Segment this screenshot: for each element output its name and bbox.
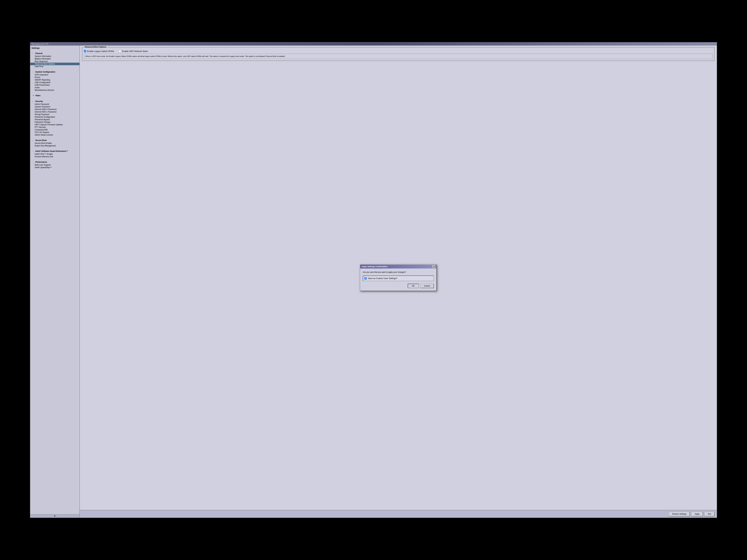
expand-icon-general: - [33,52,35,54]
tree-group-security: - Security Admin Password System Passwor… [30,98,79,136]
sidebar-item-cpu-xd-support[interactable]: CPU XD Support [30,131,79,134]
sidebar-item-intel-sgx-enable[interactable]: Intel® SGX™ Enable [30,153,79,155]
tree-group-performance: - Performance Multi Core Support Intel® … [30,158,79,169]
sidebar-item-secure-boot-enable[interactable]: Secure Boot Enable [30,142,79,144]
sidebar-item-password-bypass[interactable]: Password Bypass [30,118,79,121]
sidebar-item-internal-hdd1-password[interactable]: Internal HDD-1 Password [30,111,79,113]
sidebar-item-date-time[interactable]: Date/Time [30,65,79,68]
sidebar-item-intel-sgx[interactable]: - Intel® Software Guard Extensions™ [30,148,79,153]
sidebar-item-usb-powershare[interactable]: USB PowerShare [30,84,79,86]
sidebar-item-internal-hdd0-password[interactable]: Internal HDD-0 Password [30,108,79,111]
dialog-close-button[interactable]: ✕ [433,265,435,268]
exit-button[interactable]: Exit [704,512,715,516]
bottom-bar: Restore Settings Apply Exit [80,510,717,518]
sidebar-item-miscellaneous-devices[interactable]: Miscellaneous Devices [30,89,79,91]
bios-screen: Dell Inspiron 15-7779 Settings - General… [30,42,717,518]
sidebar-item-sata-operation[interactable]: SATA Operation [30,74,79,76]
sidebar-item-security[interactable]: - Security [30,98,79,103]
sidebar-item-ptt-security[interactable]: PTT Security [30,126,79,129]
sidebar-item-battery-information[interactable]: Battery Information [30,57,79,60]
scroll-down-icon: ▼ [54,515,56,517]
sidebar: Settings - General System Information Ba… [30,46,80,518]
sidebar-item-system-password[interactable]: System Password [30,105,79,108]
sidebar-item-uefi-capsule[interactable]: UEFI Capsule Firmware Updates [30,124,79,126]
save-as-custom-label: Save as Custom User Settings? [368,277,397,279]
sidebar-item-multi-core-support[interactable]: Multi Core Support [30,164,79,166]
sidebar-tree: Settings - General System Information Ba… [30,46,79,514]
tree-group-general: - General System Information Battery Inf… [30,50,79,68]
apply-button[interactable]: Apply [691,512,703,516]
bios-content: Settings - General System Information Ba… [30,46,717,518]
sidebar-item-password-change[interactable]: Password Change [30,121,79,124]
dialog-title-bar: Apply Settings Confirmation ✕ [360,265,436,268]
sidebar-item-computrace[interactable]: Computrace(R) [30,129,79,131]
expand-icon-security: - [33,100,35,102]
restore-settings-button[interactable]: Restore Settings [669,512,690,516]
dialog-cancel-button[interactable]: Cancel [420,284,434,288]
sidebar-scroll-down[interactable]: ▼ [30,514,79,518]
sidebar-item-system-configuration[interactable]: - System Configuration [30,68,79,74]
tree-group-video: + Video [30,92,79,97]
sidebar-item-admin-setup-lockout[interactable]: Admin Setup Lockout [30,134,79,136]
sidebar-item-password-configuration[interactable]: Password Configuration [30,116,79,118]
sidebar-item-video[interactable]: + Video [30,92,79,97]
dialog-ok-button[interactable]: OK [408,284,419,288]
settings-title: Settings [30,47,79,50]
apply-settings-dialog: Apply Settings Confirmation ✕ Are you su… [360,264,437,291]
dialog-buttons: OK Cancel [363,284,434,288]
bios-title-bar: Dell Inspiron 15-7779 [30,42,717,46]
tree-group-intel-sgx: - Intel® Software Guard Extensions™ Inte… [30,148,79,158]
bios-title: Dell Inspiron 15-7779 [31,43,48,45]
main-content: Advanced Boot Options Enable Legacy Opti… [80,46,717,518]
expand-icon-video: + [33,95,35,96]
sidebar-item-enclave-memory-size[interactable]: Enclave Memory Size [30,155,79,158]
sidebar-item-expert-key-management[interactable]: Expert Key Management [30,144,79,147]
sidebar-item-intel-speedstep[interactable]: Intel® SpeedStep™ [30,166,79,169]
dialog-overlay: Apply Settings Confirmation ✕ Are you su… [80,46,717,510]
expand-icon-performance: - [33,161,35,163]
main-area: Advanced Boot Options Enable Legacy Opti… [80,46,717,510]
dialog-option-box: Save as Custom User Settings? [363,275,434,281]
dialog-body: Are you sure that you want to apply your… [360,268,436,291]
tree-group-secure-boot: - Secure Boot Secure Boot Enable Expert … [30,136,79,147]
sidebar-item-strong-password[interactable]: Strong Password [30,113,79,116]
sidebar-item-audio[interactable]: Audio [30,86,79,89]
sidebar-item-general[interactable]: - General [30,50,79,55]
sidebar-item-secure-boot[interactable]: - Secure Boot [30,136,79,142]
sidebar-item-advanced-boot-options[interactable]: Advanced Boot Options [30,63,79,65]
expand-icon-intel-sgx: - [33,150,35,152]
sidebar-item-system-information[interactable]: System Information [30,55,79,57]
dialog-question: Are you sure that you want to apply your… [363,271,434,273]
save-as-custom-checkbox[interactable] [364,277,367,279]
dialog-title: Apply Settings Confirmation [361,265,387,268]
tree-group-system-configuration: - System Configuration SATA Operation Dr… [30,68,79,91]
sidebar-item-usb-configuration[interactable]: USB Configuration [30,81,79,84]
sidebar-item-drives[interactable]: Drives [30,76,79,79]
sidebar-item-boot-sequence[interactable]: Boot Sequence [30,60,79,63]
sidebar-item-admin-password[interactable]: Admin Password [30,103,79,105]
expand-icon-system-config: - [33,71,35,73]
sidebar-item-smart-reporting[interactable]: SMART Reporting [30,79,79,81]
expand-icon-secure-boot: - [33,139,35,141]
sidebar-item-performance[interactable]: - Performance [30,158,79,164]
